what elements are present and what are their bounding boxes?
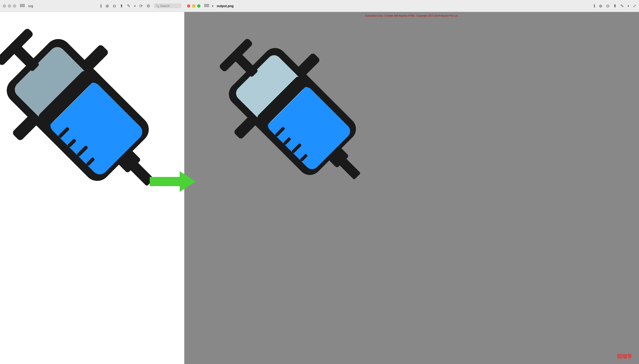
share-icon-right[interactable]: ⬆ (613, 4, 617, 8)
sidebar-toggle-right[interactable] (204, 4, 209, 8)
info-icon-right[interactable]: ℹ (594, 4, 595, 8)
pen-icon-right[interactable]: ✎ (620, 4, 624, 8)
zoom-out-icon-right[interactable]: ⊖ (606, 4, 609, 8)
svg-marker-14 (150, 171, 196, 192)
eval-watermark: Evaluation Only. Created with Aspose.HTM… (365, 14, 458, 17)
minimize-button-right[interactable] (192, 4, 195, 8)
sidebar-toggle[interactable] (20, 4, 25, 8)
left-titlebar: svg ℹ ⊕ ⊖ ⬆ ✎ ▾ ⟳ ⚙ 🔍 (0, 0, 184, 12)
zoom-in-icon-right[interactable]: ⊕ (599, 4, 602, 8)
close-button-left[interactable] (3, 4, 6, 8)
traffic-lights-left (3, 4, 16, 8)
minimize-button-left[interactable] (8, 4, 11, 8)
share-icon[interactable]: ⬆ (120, 4, 123, 8)
search-box[interactable]: 🔍 (154, 4, 181, 8)
maximize-button-right[interactable] (197, 4, 200, 8)
rotate-icon[interactable]: ⟳ (139, 4, 143, 8)
right-titlebar: ▾ output.png ℹ ⊕ ⊖ ⬆ ✎ ▾ ⤢ (184, 0, 639, 12)
traffic-lights-right (187, 4, 200, 8)
brand-watermark: 前端哥 (617, 353, 632, 360)
info-icon[interactable]: ℹ (100, 4, 102, 8)
maximize-icon-right[interactable]: ⤢ (633, 4, 636, 8)
search-input[interactable] (160, 4, 178, 8)
left-toolbar-icons: ℹ ⊕ ⊖ ⬆ ✎ ▾ ⟳ ⚙ 🔍 (100, 4, 181, 8)
pen-icon[interactable]: ✎ (127, 4, 130, 8)
zoom-in-icon[interactable]: ⊕ (106, 4, 109, 8)
right-toolbar-icons: ℹ ⊕ ⊖ ⬆ ✎ ▾ ⤢ (594, 4, 636, 8)
chevron-down-icon[interactable]: ▾ (134, 4, 136, 8)
chevron-down-icon-right[interactable]: ▾ (627, 4, 629, 8)
direction-arrow (150, 170, 196, 194)
right-window: ▾ output.png ℹ ⊕ ⊖ ⬆ ✎ ▾ ⤢ Evaluation On… (184, 0, 639, 364)
maximize-button-left[interactable] (13, 4, 16, 8)
settings-icon[interactable]: ⚙ (146, 4, 150, 8)
close-button-right[interactable] (187, 4, 190, 8)
window-chevron-icon[interactable]: ▾ (212, 4, 214, 8)
zoom-out-icon[interactable]: ⊖ (113, 4, 116, 8)
right-window-content: Evaluation Only. Created with Aspose.HTM… (184, 12, 639, 364)
left-window-title: svg (28, 4, 33, 8)
search-icon: 🔍 (156, 4, 159, 8)
right-window-title: output.png (217, 4, 234, 8)
right-syringe (198, 12, 394, 203)
